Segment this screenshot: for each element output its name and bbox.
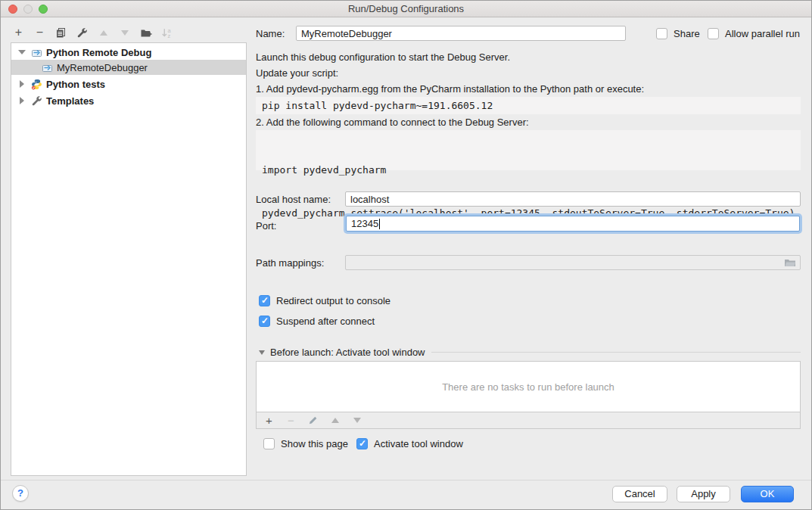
minus-icon: − [36,27,43,38]
share-label: Share [674,28,700,39]
intro-text: Launch this debug configuration to start… [256,51,510,64]
new-folder-icon [140,27,152,39]
path-mappings-label: Path mappings: [256,256,324,271]
tree-item-label: Python Remote Debug [46,47,151,58]
run-debug-configurations-dialog: Run/Debug Configurations + − az Python R… [0,0,812,510]
move-task-up-button[interactable] [329,415,341,426]
close-window-button[interactable] [8,5,17,14]
tree-item-label: Templates [46,95,94,107]
suspend-after-connect-row[interactable]: Suspend after connect [259,316,375,327]
footer-divider [1,480,812,480]
copy-configuration-button[interactable] [55,27,67,39]
edit-templates-button[interactable] [76,27,88,39]
suspend-after-connect-checkbox[interactable] [259,316,270,327]
name-label: Name: [256,26,285,42]
tree-item-python-remote-debug[interactable]: Python Remote Debug [11,45,246,60]
wrench-icon [31,95,42,107]
add-task-button[interactable]: + [263,415,275,426]
remove-task-button[interactable]: − [285,415,297,426]
tree-item-templates[interactable]: Templates [11,93,246,108]
configurations-toolbar: + − az [13,24,173,41]
zoom-window-button[interactable] [39,5,48,14]
update-script-text: Update your script: [256,67,338,79]
before-launch-header[interactable]: Before launch: Activate tool window [259,347,801,358]
pencil-icon [308,415,318,425]
titlebar[interactable]: Run/Debug Configurations [1,1,811,17]
allow-parallel-run-label: Allow parallel run [725,28,800,39]
chevron-right-icon[interactable] [20,97,24,104]
local-host-label: Local host name: [256,192,331,207]
apply-button[interactable]: Apply [677,486,730,502]
path-mappings-input[interactable] [345,255,801,270]
before-launch-title: Before launch: Activate tool window [270,347,425,358]
remove-configuration-button[interactable]: − [34,27,45,39]
allow-parallel-checkbox-row[interactable]: Allow parallel run [708,28,800,39]
port-label: Port: [256,219,276,234]
tree-item-myremotedebugger[interactable]: MyRemoteDebugger [11,60,246,75]
edit-task-button[interactable] [307,415,319,426]
redirect-output-checkbox[interactable] [259,295,270,306]
cancel-button[interactable]: Cancel [612,486,667,502]
configurations-tree: Python Remote Debug MyRemoteDebugger Pyt… [11,42,247,476]
add-configuration-button[interactable]: + [13,27,24,39]
activate-tool-window-row[interactable]: Activate tool window [356,438,463,449]
local-host-input[interactable] [345,191,801,207]
port-value: 12345 [351,218,380,230]
move-down-button[interactable] [119,27,130,39]
share-checkbox-row[interactable]: Share [656,28,700,39]
tree-item-label: MyRemoteDebugger [57,62,148,73]
chevron-right-icon[interactable] [20,80,24,88]
ok-button[interactable]: OK [741,486,794,502]
share-checkbox[interactable] [656,28,667,39]
show-this-page-checkbox[interactable] [263,438,275,449]
chevron-down-icon[interactable] [18,50,26,54]
show-this-page-label: Show this page [281,438,348,449]
pip-install-code: pip install pydevd-pycharm~=191.6605.12 [256,97,801,114]
before-launch-toolbar: + − [256,412,801,429]
window-title: Run/Debug Configurations [1,1,811,17]
collapse-triangle-icon[interactable] [259,350,265,355]
sort-configurations-button[interactable]: az [161,27,173,39]
empty-tasks-text: There are no tasks to run before launch [442,381,614,393]
arrow-down-icon [121,30,129,36]
allow-parallel-run-checkbox[interactable] [708,28,719,39]
python-tests-icon [31,79,42,90]
move-task-down-button[interactable] [351,415,362,426]
before-launch-task-list[interactable]: There are no tasks to run before launch [256,361,801,412]
name-input[interactable] [296,26,626,41]
copy-icon [55,27,67,39]
help-button[interactable]: ? [12,485,29,502]
create-folder-button[interactable] [140,27,151,39]
suspend-after-connect-label: Suspend after connect [276,316,375,327]
browse-folder-icon[interactable] [784,258,796,268]
redirect-output-row[interactable]: Redirect output to console [259,295,390,306]
arrow-down-icon [353,418,361,423]
minus-icon: − [288,415,294,426]
sort-az-icon: az [161,27,173,39]
svg-text:z: z [168,32,171,38]
minimize-window-button[interactable] [23,5,33,14]
remote-debug-icon [31,47,42,58]
header-divider [431,352,801,353]
step1-text: 1. Add pydevd-pycharm.egg from the PyCha… [256,83,644,95]
plus-icon: + [15,27,22,38]
tree-item-label: Python tests [46,79,105,90]
remote-debug-icon [42,62,53,73]
arrow-up-icon [331,418,339,423]
settrace-code: import pydevd_pycharm pydevd_pycharm.set… [256,130,801,170]
tree-item-python-tests[interactable]: Python tests [11,76,246,92]
wrench-icon [76,27,88,39]
redirect-output-label: Redirect output to console [276,295,390,306]
activate-tool-window-label: Activate tool window [374,438,463,449]
port-input[interactable]: 12345 [346,216,800,232]
activate-tool-window-checkbox[interactable] [356,438,368,449]
settrace-code-line1: import pydevd_pycharm [262,163,795,177]
step2-text: 2. Add the following command to connect … [256,117,529,129]
move-up-button[interactable] [98,27,109,39]
show-this-page-row[interactable]: Show this page [263,438,348,449]
arrow-up-icon [100,30,107,36]
plus-icon: + [266,415,272,426]
